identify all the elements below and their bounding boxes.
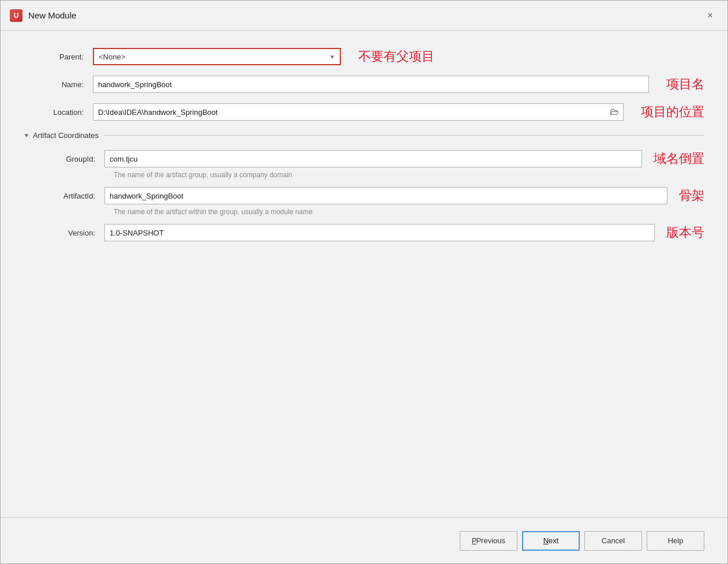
location-input[interactable] xyxy=(93,104,606,120)
folder-icon: 🗁 xyxy=(610,107,619,117)
groupid-row: GroupId: 域名倒置 xyxy=(35,150,704,167)
name-row: Name: 项目名 xyxy=(24,76,704,93)
groupid-input[interactable] xyxy=(104,150,642,167)
artifactid-hint: The name of the artifact within the grou… xyxy=(35,208,704,216)
next-label: Next xyxy=(543,536,559,545)
artifactid-label: ArtifactId: xyxy=(35,192,104,200)
artifactid-input[interactable] xyxy=(104,187,667,204)
version-label: Version: xyxy=(35,229,104,237)
parent-value: <None> xyxy=(99,53,125,61)
help-button[interactable]: Help xyxy=(647,531,704,551)
groupid-hint: The name of the artifact group, usually … xyxy=(35,171,704,179)
parent-dropdown[interactable]: <None> ▼ xyxy=(93,48,341,65)
name-field: 项目名 xyxy=(93,76,704,93)
name-input[interactable] xyxy=(93,76,649,93)
cancel-label: Cancel xyxy=(602,536,625,545)
dialog-content: Parent: <None> ▼ 不要有父项目 Name: 项目名 Locati… xyxy=(1,31,727,517)
parent-label: Parent: xyxy=(24,53,93,61)
parent-field: <None> ▼ 不要有父项目 xyxy=(93,48,704,65)
location-row: Location: 🗁 项目的位置 xyxy=(24,103,704,121)
cancel-button[interactable]: Cancel xyxy=(584,531,642,551)
parent-row: Parent: <None> ▼ 不要有父项目 xyxy=(24,48,704,65)
artifact-section: GroupId: 域名倒置 The name of the artifact g… xyxy=(24,150,704,241)
location-annotation: 项目的位置 xyxy=(641,103,704,121)
location-input-wrapper: 🗁 xyxy=(93,103,624,121)
next-button[interactable]: Next xyxy=(522,531,580,551)
previous-label: PPrevious xyxy=(472,536,505,545)
close-button[interactable]: × xyxy=(702,8,718,24)
version-input[interactable] xyxy=(104,224,655,241)
artifact-section-title: Artifact Coordinates xyxy=(33,131,99,140)
folder-browse-button[interactable]: 🗁 xyxy=(606,103,623,121)
title-bar: U New Module × xyxy=(1,1,727,31)
artifactid-row: ArtifactId: 骨架 xyxy=(35,187,704,204)
name-annotation: 项目名 xyxy=(666,76,704,93)
groupid-label: GroupId: xyxy=(35,155,104,163)
new-module-dialog: U New Module × Parent: <None> ▼ 不要有父项目 N… xyxy=(0,0,728,564)
section-divider xyxy=(103,135,704,136)
collapse-icon[interactable]: ▼ xyxy=(24,132,29,139)
location-label: Location: xyxy=(24,108,93,117)
chevron-down-icon: ▼ xyxy=(329,54,335,60)
app-icon: U xyxy=(10,9,22,22)
parent-annotation: 不要有父项目 xyxy=(358,48,434,65)
groupid-annotation: 域名倒置 xyxy=(654,150,704,167)
window-title: New Module xyxy=(28,10,702,20)
dialog-footer: PPrevious Next Cancel Help xyxy=(1,517,727,563)
name-label: Name: xyxy=(24,80,93,89)
help-label: Help xyxy=(668,536,684,545)
artifact-section-header: ▼ Artifact Coordinates xyxy=(24,131,704,140)
version-annotation: 版本号 xyxy=(666,224,704,241)
version-row: Version: 版本号 xyxy=(35,224,704,241)
artifactid-annotation: 骨架 xyxy=(679,187,704,204)
previous-button[interactable]: PPrevious xyxy=(460,531,517,551)
location-field: 🗁 项目的位置 xyxy=(93,103,704,121)
